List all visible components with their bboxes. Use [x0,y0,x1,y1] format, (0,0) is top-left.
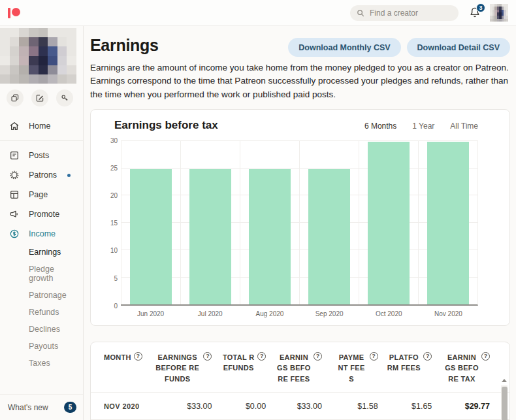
key-button[interactable] [56,89,73,106]
sidebar-item-promote[interactable]: Promote [0,204,83,224]
column-header: MONTH? [104,352,154,363]
subnav-pledge-growth[interactable]: Pledge growth [0,261,83,287]
bar-slot [418,140,477,304]
subnav-taxes[interactable]: Taxes [0,355,83,372]
search-input[interactable] [368,8,452,18]
download-detail-csv-button[interactable]: Download Detail CSV [407,38,510,57]
top-bar: 3 [0,0,516,26]
search-icon [357,9,364,17]
whats-new-badge: 5 [64,402,76,413]
bar-slot [299,140,359,304]
table-cell: $1.65 [378,402,432,411]
page-icon [9,189,20,200]
range-all-time[interactable]: All Time [450,121,478,131]
table-cell: $0.00 [212,402,266,411]
help-icon[interactable]: ? [134,352,142,361]
unread-dot [67,174,71,177]
bar-slot [121,140,180,304]
creator-search[interactable] [350,5,459,21]
bar-slot [180,140,240,304]
subnav-earnings[interactable]: Earnings [0,244,83,261]
copy-icon [10,93,20,103]
x-labels: Jun 2020Jul 2020Aug 2020Sep 2020Oct 2020… [121,310,478,317]
edit-icon [35,93,44,103]
creator-avatar[interactable] [0,28,76,84]
bar-jul-2020[interactable] [189,169,231,304]
y-tick-label: 25 [110,164,118,171]
subnav-declines[interactable]: Declines [0,321,83,338]
page-description: Earnings are the amount of income you ta… [90,61,510,101]
table-body: NOV 2020$33.00$0.00$33.00$1.58$1.65$29.7… [91,393,509,420]
sidebar-item-posts[interactable]: Posts [0,146,83,165]
sidebar-item-patrons[interactable]: Patrons [0,165,83,185]
notification-badge: 3 [476,3,485,12]
table-cell: $33.00 [266,402,322,411]
main-content: Earnings Download Monthly CSV Download D… [84,26,516,420]
bar-oct-2020[interactable] [368,142,410,304]
copy-link-button[interactable] [7,89,24,106]
edit-button[interactable] [31,89,48,106]
help-icon[interactable]: ? [257,352,266,361]
bar-jun-2020[interactable] [130,169,172,304]
dollar-circle-icon [9,229,20,239]
help-icon[interactable]: ? [481,352,490,361]
sidebar: Home Posts Patrons Page Promote [0,26,84,420]
earnings-table-card: MONTH?EARNINGS BEFORE REFUNDS?TOTAL REFU… [90,342,510,420]
column-header: TOTAL REFUNDS? [212,352,266,374]
range-6-months[interactable]: 6 Months [364,121,396,131]
table-cell: $29.77 [432,402,490,411]
column-header: EARNINGS BEFORE TAX? [432,352,490,385]
sidebar-item-home[interactable]: Home [0,116,83,136]
sidebar-item-income[interactable]: Income [0,224,83,244]
x-tick-label: Oct 2020 [359,310,419,317]
x-tick-label: Jun 2020 [121,310,180,317]
earnings-chart-card: Earnings before tax 6 Months1 YearAll Ti… [90,109,510,326]
divider [0,140,83,141]
bar-sep-2020[interactable] [308,169,350,304]
x-tick-label: Nov 2020 [419,310,478,317]
help-icon[interactable]: ? [370,352,378,361]
column-header: EARNINGS BEFORE FEES? [266,352,322,385]
bar-slot [240,140,299,304]
y-tick-label: 20 [110,192,118,199]
y-tick-label: 30 [110,137,118,144]
download-monthly-csv-button[interactable]: Download Monthly CSV [288,38,400,57]
scrollbar-thumb[interactable] [502,387,508,420]
patrons-icon [9,170,20,180]
help-icon[interactable]: ? [314,352,322,361]
table-row: NOV 2020$33.00$0.00$33.00$1.58$1.65$29.7… [91,393,509,420]
table-header-row: MONTH?EARNINGS BEFORE REFUNDS?TOTAL REFU… [91,342,509,393]
plot-area [121,140,478,306]
range-1-year[interactable]: 1 Year [412,121,434,131]
avatar[interactable] [490,4,508,22]
table-scrollbar[interactable] [501,379,508,420]
posts-icon [9,150,20,161]
subnav-patronage[interactable]: Patronage [0,287,83,304]
range-selector: 6 Months1 YearAll Time [349,120,478,131]
subnav-refunds[interactable]: Refunds [0,304,83,321]
x-tick-label: Aug 2020 [240,310,299,317]
page-title: Earnings [90,37,159,54]
scroll-up-icon[interactable] [502,379,507,382]
y-tick-label: 5 [114,274,118,282]
help-icon[interactable]: ? [423,352,432,361]
home-icon [9,121,20,131]
help-icon[interactable]: ? [203,352,212,361]
y-tick-label: 15 [110,219,118,227]
x-tick-label: Jul 2020 [180,310,240,317]
bar-nov-2020[interactable] [427,142,469,304]
patreon-logo-icon[interactable] [8,7,22,20]
y-tick-label: 0 [114,302,118,309]
y-axis: 051015202530 [106,140,121,306]
sidebar-item-page[interactable]: Page [0,185,83,204]
y-tick-label: 10 [110,247,118,254]
bar-aug-2020[interactable] [249,169,291,304]
table-cell: $1.58 [322,402,378,411]
megaphone-icon [9,209,20,219]
x-tick-label: Sep 2020 [300,310,359,317]
subnav-payouts[interactable]: Payouts [0,338,83,355]
bar-slot [359,140,418,304]
whats-new[interactable]: What's new 5 [0,395,83,420]
column-header: EARNINGS BEFORE REFUNDS? [154,352,212,385]
notifications-bell[interactable]: 3 [468,5,483,21]
